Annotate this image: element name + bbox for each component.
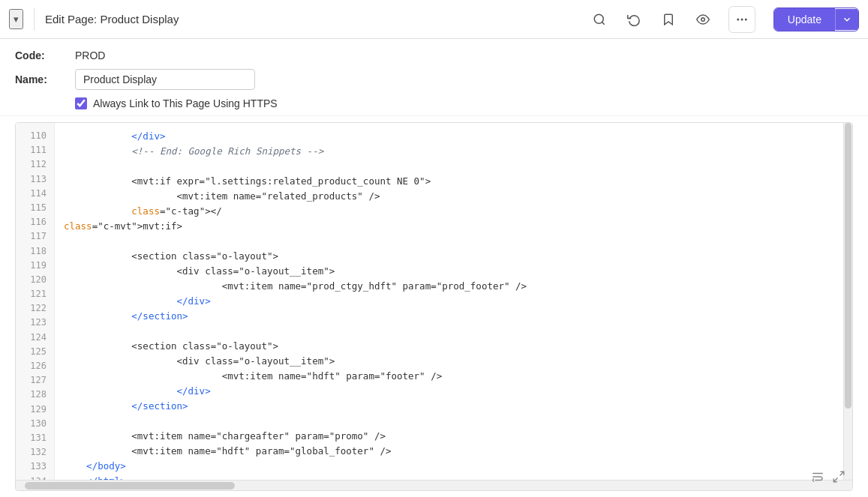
line-number: 121 [16, 287, 54, 301]
code-line: </section> [64, 399, 843, 414]
update-button[interactable]: Update [774, 8, 835, 31]
line-number: 129 [16, 403, 54, 417]
code-line: class="c-tag"></ [64, 204, 843, 219]
line-number: 122 [16, 301, 54, 316]
code-line [64, 159, 843, 174]
https-row: Always Link to This Page Using HTTPS [15, 97, 853, 109]
line-number: 130 [16, 417, 54, 431]
more-icon [735, 13, 749, 26]
line-numbers: 1101111121131141151161171181191201211221… [16, 123, 55, 480]
line-number: 117 [16, 229, 54, 244]
code-line: <mvt:item name="hdft" param="footer" /> [64, 369, 843, 384]
svg-line-7 [840, 472, 844, 475]
svg-point-0 [594, 14, 603, 23]
update-button-group: Update [773, 7, 859, 31]
bookmark-icon [662, 13, 675, 26]
line-number: 114 [16, 187, 54, 201]
line-number: 118 [16, 244, 54, 259]
header-icons [589, 9, 713, 30]
fullscreen-button[interactable] [830, 468, 848, 486]
svg-point-2 [701, 17, 705, 21]
line-number: 124 [16, 331, 54, 345]
https-label: Always Link to This Page Using HTTPS [93, 97, 278, 109]
more-options-button[interactable] [728, 6, 755, 33]
code-line [64, 414, 843, 429]
search-button[interactable] [589, 9, 610, 30]
vertical-scrollbar[interactable] [843, 123, 852, 480]
code-line: <mvt:item name="hdft" param="global_foot… [64, 444, 843, 459]
header-divider [34, 8, 35, 31]
code-editor[interactable]: 1101111121131141151161171181191201211221… [15, 122, 853, 491]
code-line: <mvt:item name="related_products" /> [64, 189, 843, 204]
bookmark-button[interactable] [658, 9, 679, 30]
line-number: 115 [16, 201, 54, 215]
h-scrollbar-thumb[interactable] [25, 482, 235, 490]
code-line: <section class="o-layout"> [64, 339, 843, 354]
editor-toolbar [809, 468, 848, 486]
form-section: Code: PROD Name: Always Link to This Pag… [0, 39, 868, 116]
line-number: 113 [16, 172, 54, 187]
code-label: Code: [15, 49, 75, 61]
svg-point-4 [740, 18, 743, 20]
line-number: 133 [16, 460, 54, 474]
scrollbar-thumb[interactable] [845, 123, 851, 409]
code-line: </html> [64, 474, 843, 480]
code-line: <mvt:item name="chargeafter" param="prom… [64, 429, 843, 444]
line-number: 127 [16, 373, 54, 388]
svg-point-3 [737, 18, 739, 20]
line-number: 125 [16, 345, 54, 359]
name-input[interactable] [75, 69, 255, 90]
line-number: 110 [16, 129, 54, 143]
editor-scroll[interactable]: 1101111121131141151161171181191201211221… [16, 123, 852, 480]
editor-container: 1101111121131141151161171181191201211221… [0, 116, 868, 497]
line-number: 120 [16, 273, 54, 287]
line-number: 134 [16, 475, 54, 481]
line-number: 112 [16, 157, 54, 172]
line-number: 116 [16, 215, 54, 229]
wrap-button[interactable] [809, 468, 827, 486]
name-row: Name: [15, 69, 853, 90]
code-line: <div class="o-layout__item"> [64, 264, 843, 279]
history-button[interactable] [623, 9, 644, 30]
code-line: </div> [64, 384, 843, 399]
code-content[interactable]: </div> <!-- End: Google Rich Snippets --… [55, 123, 852, 480]
header: ▾ Edit Page: Product Display Update [0, 0, 868, 39]
code-line: <mvt:if expr="l.settings:related_product… [64, 174, 843, 189]
svg-line-8 [833, 478, 837, 482]
search-icon [593, 13, 606, 26]
update-dropdown-button[interactable] [835, 9, 858, 30]
eye-icon [696, 13, 710, 26]
preview-button[interactable] [692, 9, 713, 30]
line-number: 123 [16, 316, 54, 330]
code-value: PROD [75, 49, 105, 61]
app-container: ▾ Edit Page: Product Display Update [0, 0, 868, 497]
line-number: 128 [16, 388, 54, 402]
code-line: </body> [64, 459, 843, 474]
code-line [64, 234, 843, 249]
line-number: 131 [16, 431, 54, 445]
line-number: 126 [16, 359, 54, 373]
history-icon [627, 13, 641, 26]
wrap-icon [811, 470, 824, 484]
page-title: Edit Page: Product Display [45, 13, 583, 25]
code-line: </div> [64, 129, 843, 144]
line-number: 132 [16, 445, 54, 460]
name-label: Name: [15, 73, 75, 85]
chevron-down-icon [842, 14, 852, 25]
https-checkbox[interactable] [75, 97, 87, 109]
line-number: 111 [16, 143, 54, 157]
code-line: <div class="o-layout__item"> [64, 354, 843, 369]
code-line: </div> [64, 294, 843, 309]
code-line: </section> [64, 309, 843, 324]
svg-line-1 [602, 22, 604, 24]
svg-point-5 [745, 18, 747, 20]
fullscreen-icon [832, 470, 845, 484]
code-line: <!-- End: Google Rich Snippets --> [64, 144, 843, 159]
collapse-button[interactable]: ▾ [9, 9, 23, 29]
line-number: 119 [16, 259, 54, 273]
code-line: <mvt:item name="prod_ctgy_hdft" param="p… [64, 279, 843, 294]
code-row: Code: PROD [15, 49, 853, 61]
horizontal-scrollbar[interactable] [16, 480, 852, 490]
code-line: <section class="o-layout"> [64, 249, 843, 264]
code-line [64, 324, 843, 339]
